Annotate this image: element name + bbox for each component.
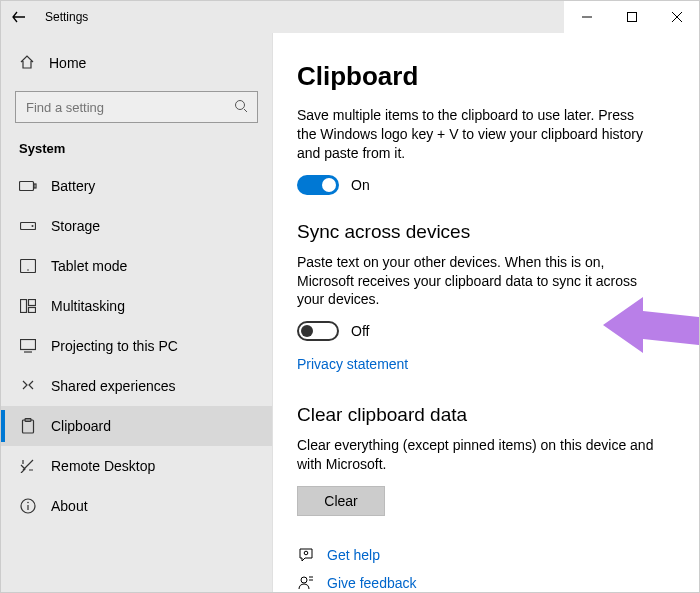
privacy-link[interactable]: Privacy statement: [297, 356, 408, 372]
history-toggle-state: On: [351, 177, 370, 193]
feedback-icon: [297, 574, 315, 592]
sidebar-item-battery[interactable]: Battery: [1, 166, 272, 206]
sync-heading: Sync across devices: [297, 221, 675, 243]
svg-point-1: [236, 101, 245, 110]
svg-rect-3: [34, 184, 36, 188]
clear-heading: Clear clipboard data: [297, 404, 675, 426]
remote-icon: [19, 457, 37, 475]
feedback-label: Give feedback: [327, 575, 417, 591]
about-icon: [19, 497, 37, 515]
feedback-link[interactable]: Give feedback: [297, 574, 675, 592]
clipboard-icon: [19, 417, 37, 435]
sidebar-item-label: Storage: [51, 218, 100, 234]
page-title: Clipboard: [297, 61, 675, 92]
history-toggle[interactable]: [297, 175, 339, 195]
sync-toggle-row: Off: [297, 321, 675, 341]
storage-icon: [19, 217, 37, 235]
svg-rect-2: [20, 182, 34, 191]
svg-point-7: [27, 269, 29, 271]
search-wrap: [15, 91, 258, 123]
maximize-button[interactable]: [609, 1, 654, 33]
clear-button-label: Clear: [324, 493, 357, 509]
sidebar-item-projecting[interactable]: Projecting to this PC: [1, 326, 272, 366]
sidebar: Home System Battery Storage Tablet mode: [1, 33, 273, 592]
search-input[interactable]: [15, 91, 258, 123]
clear-button[interactable]: Clear: [297, 486, 385, 516]
sidebar-item-about[interactable]: About: [1, 486, 272, 526]
sidebar-item-label: Remote Desktop: [51, 458, 155, 474]
projecting-icon: [19, 337, 37, 355]
window-title: Settings: [45, 10, 88, 24]
sync-description: Paste text on your other devices. When t…: [297, 253, 657, 310]
settings-window: Settings Home System: [0, 0, 700, 593]
sync-toggle-state: Off: [351, 323, 369, 339]
battery-icon: [19, 177, 37, 195]
sidebar-item-multitasking[interactable]: Multitasking: [1, 286, 272, 326]
sidebar-item-remote[interactable]: Remote Desktop: [1, 446, 272, 486]
content: Clipboard Save multiple items to the cli…: [273, 33, 699, 592]
shared-icon: [19, 377, 37, 395]
back-button[interactable]: [1, 10, 37, 24]
sidebar-item-shared[interactable]: Shared experiences: [1, 366, 272, 406]
svg-rect-9: [29, 300, 36, 306]
tablet-icon: [19, 257, 37, 275]
get-help-label: Get help: [327, 547, 380, 563]
home-icon: [19, 54, 35, 73]
sidebar-item-label: Projecting to this PC: [51, 338, 178, 354]
sidebar-item-label: Clipboard: [51, 418, 111, 434]
get-help-link[interactable]: Get help: [297, 546, 675, 564]
sidebar-item-label: About: [51, 498, 88, 514]
svg-rect-11: [21, 340, 36, 350]
sidebar-item-tablet[interactable]: Tablet mode: [1, 246, 272, 286]
svg-point-17: [301, 577, 307, 583]
sidebar-item-label: Multitasking: [51, 298, 125, 314]
sidebar-section: System: [1, 137, 272, 166]
close-button[interactable]: [654, 1, 699, 33]
titlebar: Settings: [1, 1, 699, 33]
home-button[interactable]: Home: [1, 45, 272, 81]
home-label: Home: [49, 55, 86, 71]
body: Home System Battery Storage Tablet mode: [1, 33, 699, 592]
svg-rect-0: [627, 12, 636, 21]
svg-point-15: [27, 502, 29, 504]
svg-rect-10: [29, 308, 36, 313]
history-description: Save multiple items to the clipboard to …: [297, 106, 657, 163]
sidebar-item-label: Tablet mode: [51, 258, 127, 274]
sidebar-item-label: Battery: [51, 178, 95, 194]
sidebar-item-label: Shared experiences: [51, 378, 176, 394]
history-toggle-row: On: [297, 175, 675, 195]
svg-rect-8: [21, 300, 27, 313]
minimize-button[interactable]: [564, 1, 609, 33]
sidebar-item-clipboard[interactable]: Clipboard: [1, 406, 272, 446]
clear-description: Clear everything (except pinned items) o…: [297, 436, 657, 474]
sync-toggle[interactable]: [297, 321, 339, 341]
search-icon: [234, 99, 248, 113]
svg-point-16: [304, 551, 308, 555]
sidebar-item-storage[interactable]: Storage: [1, 206, 272, 246]
help-icon: [297, 546, 315, 564]
svg-point-5: [32, 225, 34, 227]
multitasking-icon: [19, 297, 37, 315]
